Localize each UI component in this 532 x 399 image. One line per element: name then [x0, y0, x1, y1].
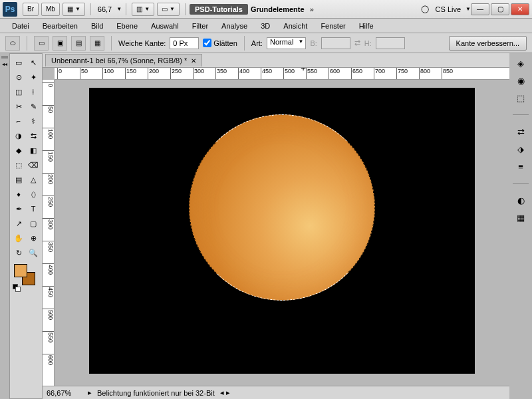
channels-icon[interactable]: ◉ — [513, 73, 528, 88]
tool-7[interactable]: ✎ — [26, 99, 41, 114]
antialias-checkbox[interactable]: Glätten — [203, 39, 237, 47]
feather-input[interactable] — [170, 37, 199, 49]
left-strip: ◂◂ — [0, 53, 9, 399]
tool-11[interactable]: ⇆ — [26, 128, 41, 143]
feather-label: Weiche Kante: — [118, 39, 166, 47]
menu-auswahl[interactable]: Auswahl — [144, 22, 186, 30]
minimize-button[interactable]: — — [471, 3, 489, 15]
status-arrow-icon[interactable]: ◂ ▸ — [220, 388, 230, 397]
menu-analyse[interactable]: Analyse — [215, 22, 254, 30]
document-tab[interactable]: Unbenannt-1 bei 66,7% (Sonne, RGB/8) * ✕ — [45, 54, 202, 66]
toolbox: ▭↖⊙✦◫⁞✂✎⌐⚕◑⇆◆◧⬚⌫▤△♦⬯✒T↗▢✋⊕↻🔍 — [9, 53, 43, 399]
style-select[interactable]: Normal — [267, 37, 306, 49]
menu-fenster[interactable]: Fenster — [314, 22, 352, 30]
menu-ebene[interactable]: Ebene — [110, 22, 144, 30]
color-swatches[interactable] — [11, 263, 41, 292]
layers-icon[interactable]: ◈ — [513, 56, 528, 70]
width-input — [321, 37, 350, 49]
workspace-grundelemente[interactable]: Grundelemente — [248, 5, 307, 13]
tool-19[interactable]: ⬯ — [26, 187, 41, 201]
masks-icon[interactable]: ⬗ — [513, 142, 528, 156]
tool-16[interactable]: ▤ — [11, 172, 26, 187]
minibridge-button[interactable]: Mb — [41, 3, 60, 16]
status-bar: 66,67% ▸ Belichtung funktioniert nur bei… — [43, 386, 509, 399]
tool-25[interactable]: ⊕ — [26, 231, 41, 245]
height-input — [376, 37, 405, 49]
menu-ansicht[interactable]: Ansicht — [277, 22, 314, 30]
tool-18[interactable]: ♦ — [11, 187, 26, 201]
cslive-button[interactable]: CS Live — [433, 5, 464, 13]
paths-icon[interactable]: ⬚ — [513, 90, 528, 105]
zoom-level[interactable]: 66,7 — [95, 5, 114, 13]
extras-button[interactable]: ▭▼ — [157, 3, 180, 16]
menu-datei[interactable]: Datei — [5, 22, 36, 30]
tool-22[interactable]: ↗ — [11, 216, 26, 231]
tool-27[interactable]: 🔍 — [26, 245, 41, 260]
tool-8[interactable]: ⌐ — [11, 114, 26, 128]
document-tabs: Unbenannt-1 bei 66,7% (Sonne, RGB/8) * ✕ — [43, 53, 509, 68]
selection-add-icon[interactable]: ▣ — [53, 36, 67, 51]
tool-1[interactable]: ↖ — [26, 55, 41, 70]
swatches-icon[interactable]: ▦ — [513, 210, 528, 225]
menu-hilfe[interactable]: Hilfe — [352, 22, 380, 30]
tool-26[interactable]: ↻ — [11, 245, 26, 260]
tool-6[interactable]: ✂ — [11, 99, 26, 114]
grip-icon[interactable] — [1, 56, 8, 59]
menu-3d[interactable]: 3D — [254, 22, 277, 30]
tool-4[interactable]: ◫ — [11, 84, 26, 99]
current-tool-icon[interactable]: ⬭ — [5, 36, 20, 51]
styles-icon[interactable]: ≡ — [513, 159, 528, 174]
bridge-button[interactable]: Br — [23, 3, 39, 16]
screenmode-button[interactable]: ▦▼ — [63, 3, 85, 16]
tool-2[interactable]: ⊙ — [11, 70, 26, 84]
ruler-vertical[interactable]: 050100150200250300350400450500550600 — [43, 80, 55, 386]
selection-subtract-icon[interactable]: ▤ — [71, 36, 86, 51]
tab-close-icon[interactable]: ✕ — [191, 57, 196, 65]
tab-title: Unbenannt-1 bei 66,7% (Sonne, RGB/8) * — [51, 57, 187, 65]
menu-bearbeiten[interactable]: Bearbeiten — [36, 22, 84, 30]
status-arrow-icon[interactable]: ▸ — [88, 388, 92, 397]
tool-12[interactable]: ◆ — [11, 143, 26, 158]
tool-21[interactable]: T — [26, 201, 41, 216]
tool-13[interactable]: ◧ — [26, 143, 41, 158]
separator — [126, 3, 126, 15]
menu-bild[interactable]: Bild — [84, 22, 110, 30]
tool-24[interactable]: ✋ — [11, 231, 26, 245]
more-icon[interactable]: » — [307, 5, 317, 13]
selection-intersect-icon[interactable]: ▦ — [90, 36, 104, 51]
collapse-icon[interactable]: ◂◂ — [2, 61, 7, 67]
tool-20[interactable]: ✒ — [11, 201, 26, 216]
tool-0[interactable]: ▭ — [11, 55, 26, 70]
menu-filter[interactable]: Filter — [186, 22, 215, 30]
tool-14[interactable]: ⬚ — [11, 158, 26, 172]
tool-15[interactable]: ⌫ — [26, 158, 41, 172]
zoom-dropdown-icon[interactable]: ▼ — [116, 6, 122, 12]
width-label: B: — [310, 39, 317, 47]
right-panel: ◈ ◉ ⬚ ⇄ ⬗ ≡ ◐ ▦ — [509, 53, 532, 399]
options-bar: ⬭ ▭ ▣ ▤ ▦ Weiche Kante: Glätten Art: Nor… — [0, 33, 532, 53]
color-icon[interactable]: ◐ — [513, 193, 528, 207]
selection-new-icon[interactable]: ▭ — [34, 36, 49, 51]
separator — [90, 3, 91, 15]
close-button[interactable]: ✕ — [511, 3, 529, 15]
canvas-viewport[interactable] — [55, 80, 509, 386]
selection-marquee — [189, 114, 375, 301]
tool-5[interactable]: ⁞ — [26, 84, 41, 99]
ruler-horizontal[interactable]: + 05010015020025030035040045050055060065… — [55, 68, 509, 80]
refine-edge-button[interactable]: Kante verbessern... — [449, 36, 527, 51]
tool-17[interactable]: △ — [26, 172, 41, 187]
titlebar: Ps Br Mb ▦▼ 66,7▼ ▥▼ ▭▼ PSD-Tutorials Gr… — [0, 0, 532, 19]
style-label: Art: — [251, 39, 263, 47]
tool-3[interactable]: ✦ — [26, 70, 41, 84]
tool-23[interactable]: ▢ — [26, 216, 41, 231]
tool-9[interactable]: ⚕ — [26, 114, 41, 128]
canvas[interactable] — [89, 88, 475, 374]
status-zoom[interactable]: 66,67% — [47, 389, 82, 397]
status-message: Belichtung funktioniert nur bei 32-Bit — [97, 389, 215, 397]
arrange-button[interactable]: ▥▼ — [132, 3, 154, 16]
ps-logo: Ps — [3, 2, 17, 17]
adjustments-icon[interactable]: ⇄ — [513, 124, 528, 139]
workspace-tutorials[interactable]: PSD-Tutorials — [190, 4, 248, 15]
tool-10[interactable]: ◑ — [11, 128, 26, 143]
maximize-button[interactable]: ▢ — [491, 3, 509, 15]
